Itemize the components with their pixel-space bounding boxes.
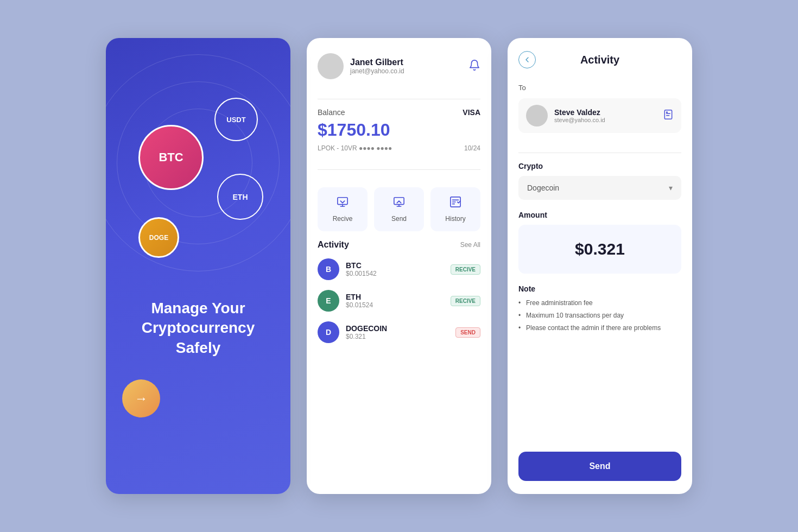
history-icon xyxy=(449,196,461,211)
visa-label: VISA xyxy=(463,108,480,117)
balance-amount: $1750.10 xyxy=(318,120,480,140)
activity-page-title: Activity xyxy=(580,54,619,66)
landing-text: Manage Your Cryptocurrency Safely → xyxy=(106,299,290,417)
note-label: Note xyxy=(518,284,681,293)
send-submit-button[interactable]: Send xyxy=(518,452,681,481)
recipient-info: Steve Valdez steve@yahoo.co.id xyxy=(526,105,605,126)
svg-point-13 xyxy=(667,112,668,113)
get-started-button[interactable]: → xyxy=(122,379,160,417)
tx-details-doge: DOGECOIN $0.321 xyxy=(346,324,387,340)
see-all-link[interactable]: See All xyxy=(460,241,480,249)
table-row: E ETH $0.01524 RECIVE xyxy=(318,290,480,312)
amount-value: $0.321 xyxy=(575,240,625,258)
user-avatar xyxy=(318,53,344,79)
list-item: Please contact the admin if there are pr… xyxy=(518,324,681,333)
tx-badge-btc: RECIVE xyxy=(451,264,480,275)
profile-header: Janet Gilbert janet@yahoo.co.id xyxy=(318,53,480,79)
notification-bell-icon[interactable] xyxy=(468,59,480,74)
svg-rect-0 xyxy=(338,198,347,205)
tx-name-btc: BTC xyxy=(346,261,377,270)
history-label: History xyxy=(445,215,465,223)
activity-title: Activity xyxy=(318,240,349,250)
recipient-avatar xyxy=(526,105,548,126)
profile-name: Janet Gilbert xyxy=(350,58,404,67)
screen-activity: Activity To Steve Valdez steve@yahoo.co.… xyxy=(508,38,692,494)
recipient-card: Steve Valdez steve@yahoo.co.id xyxy=(518,98,681,133)
send-icon xyxy=(393,196,405,211)
recipient-details: Steve Valdez steve@yahoo.co.id xyxy=(554,108,605,123)
profile-details: Janet Gilbert janet@yahoo.co.id xyxy=(350,58,404,75)
coin-usdt: USDT xyxy=(214,98,258,141)
amount-box[interactable]: $0.321 xyxy=(518,225,681,274)
back-button[interactable] xyxy=(518,51,536,68)
screen-dashboard: Janet Gilbert janet@yahoo.co.id Balance … xyxy=(307,38,491,494)
recipient-name: Steve Valdez xyxy=(554,108,605,117)
note-section: Note Free administration fee Maximum 10 … xyxy=(518,284,681,335)
recipient-email: steve@yahoo.co.id xyxy=(554,117,605,123)
send-button[interactable]: Send xyxy=(374,187,424,231)
tx-details-eth: ETH $0.01524 xyxy=(346,293,373,309)
tx-left-eth: E ETH $0.01524 xyxy=(318,290,373,312)
receive-button[interactable]: Recive xyxy=(318,187,368,231)
card-number: LPOK - 10VR ●●●● ●●●● xyxy=(318,144,392,152)
divider-1 xyxy=(318,99,480,99)
table-row: B BTC $0.001542 RECIVE xyxy=(318,258,480,280)
receive-label: Recive xyxy=(333,215,353,223)
profile-email: janet@yahoo.co.id xyxy=(350,67,404,75)
to-label: To xyxy=(518,84,681,92)
tx-name-eth: ETH xyxy=(346,293,373,301)
tx-badge-doge: SEND xyxy=(455,327,480,338)
list-item: Maximum 10 transactions per day xyxy=(518,311,681,320)
tx-amount-eth: $0.01524 xyxy=(346,301,373,309)
divider-2 xyxy=(318,169,480,170)
crypto-dropdown[interactable]: Dogecoin ▾ xyxy=(518,176,681,200)
tx-left-btc: B BTC $0.001542 xyxy=(318,258,377,280)
tx-badge-eth: RECIVE xyxy=(451,296,480,306)
activity-nav: Activity xyxy=(518,51,681,68)
svg-rect-10 xyxy=(664,110,672,119)
tx-icon-eth: E xyxy=(318,290,339,312)
chevron-down-icon: ▾ xyxy=(669,183,673,192)
crypto-value: Dogecoin xyxy=(527,183,559,192)
landing-headline: Manage Your Cryptocurrency Safely xyxy=(122,299,274,358)
list-item: Free administration fee xyxy=(518,299,681,308)
tx-left-doge: D DOGECOIN $0.321 xyxy=(318,321,387,343)
tx-icon-btc: B xyxy=(318,258,339,280)
balance-section: Balance VISA $1750.10 LPOK - 10VR ●●●● ●… xyxy=(318,108,480,152)
crypto-label: Crypto xyxy=(518,162,681,170)
divider-3 xyxy=(518,153,681,153)
send-label: Send xyxy=(391,215,407,223)
tx-icon-doge: D xyxy=(318,321,339,343)
note-list: Free administration fee Maximum 10 trans… xyxy=(518,299,681,332)
screen-landing: BTC USDT ETH DOGE Manage Your Cryptocurr… xyxy=(106,38,290,494)
balance-header: Balance VISA xyxy=(318,108,480,117)
crypto-circles: BTC USDT ETH DOGE xyxy=(106,38,290,288)
receive-icon xyxy=(337,196,349,211)
table-row: D DOGECOIN $0.321 SEND xyxy=(318,321,480,343)
tx-amount-btc: $0.001542 xyxy=(346,270,377,277)
history-button[interactable]: History xyxy=(430,187,480,231)
action-buttons: Recive Send xyxy=(318,187,480,231)
coin-doge: DOGE xyxy=(138,217,179,258)
transaction-list: B BTC $0.001542 RECIVE E ETH $0.01524 RE… xyxy=(318,258,480,353)
coin-btc: BTC xyxy=(138,125,204,190)
profile-info: Janet Gilbert janet@yahoo.co.id xyxy=(318,53,404,79)
tx-details-btc: BTC $0.001542 xyxy=(346,261,377,277)
tx-amount-doge: $0.321 xyxy=(346,333,387,340)
card-info: LPOK - 10VR ●●●● ●●●● 10/24 xyxy=(318,144,480,152)
activity-section-header: Activity See All xyxy=(318,240,480,250)
balance-label: Balance xyxy=(318,108,345,117)
coin-eth: ETH xyxy=(217,174,263,220)
amount-label: Amount xyxy=(518,211,681,219)
address-book-icon[interactable] xyxy=(663,109,674,123)
card-expiry: 10/24 xyxy=(464,144,480,152)
tx-name-doge: DOGECOIN xyxy=(346,324,387,333)
